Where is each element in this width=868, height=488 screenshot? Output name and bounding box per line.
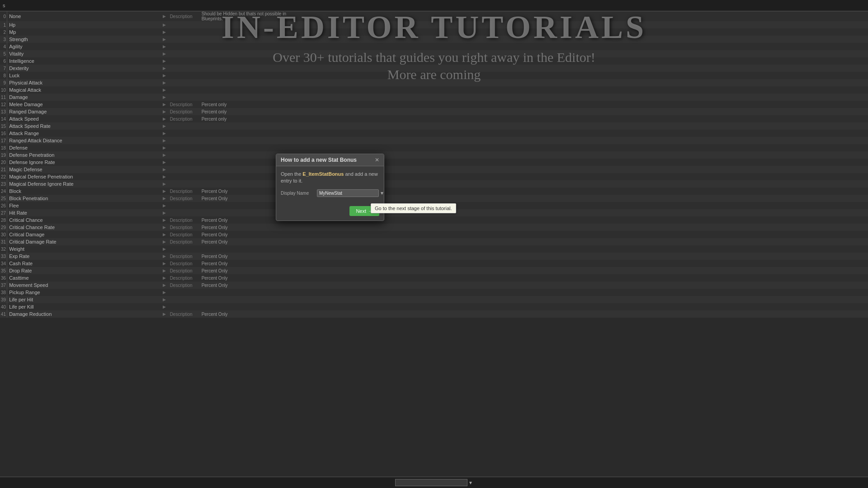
expand-arrow-icon[interactable]: ▶: [161, 296, 168, 303]
expand-arrow-icon[interactable]: ▶: [161, 21, 168, 28]
expand-arrow-icon[interactable]: ▶: [161, 253, 168, 260]
table-row[interactable]: 6 Intelligence ▶: [0, 57, 868, 65]
expand-arrow-icon[interactable]: ▶: [161, 216, 168, 224]
expand-arrow-icon[interactable]: ▶: [161, 122, 168, 130]
expand-arrow-icon[interactable]: ▶: [161, 202, 168, 209]
table-row[interactable]: 7 Dexterity ▶: [0, 65, 868, 72]
table-row[interactable]: 31 Critical Damage Rate ▶ Description Pe…: [0, 238, 868, 245]
table-row[interactable]: 0 None ▶ Description Should be Hidden bu…: [0, 11, 868, 21]
table-row[interactable]: 28 Critical Chance ▶ Description Percent…: [0, 216, 868, 224]
table-row[interactable]: 23 Magical Defense Ignore Rate ▶: [0, 180, 868, 188]
expand-arrow-icon[interactable]: ▶: [161, 310, 168, 318]
desc-label2: [299, 115, 331, 122]
table-row[interactable]: 15 Attack Speed Rate ▶: [0, 122, 868, 130]
expand-arrow-icon[interactable]: ▶: [161, 303, 168, 310]
expand-arrow-icon[interactable]: ▶: [161, 79, 168, 86]
desc-label: [168, 289, 200, 296]
table-row[interactable]: 10 Magical Attack ▶: [0, 86, 868, 94]
row-index: 16: [0, 130, 7, 137]
expand-arrow-icon[interactable]: ▶: [161, 144, 168, 151]
dropdown-arrow-icon[interactable]: ▼: [380, 191, 384, 196]
table-row[interactable]: 33 Exp Rate ▶ Description Percent Only: [0, 253, 868, 260]
expand-arrow-icon[interactable]: ▶: [161, 209, 168, 216]
table-row[interactable]: 3 Strength ▶: [0, 36, 868, 43]
table-row[interactable]: 5 Vitality ▶: [0, 50, 868, 57]
expand-arrow-icon[interactable]: ▶: [161, 224, 168, 231]
expand-arrow-icon[interactable]: ▶: [161, 11, 168, 21]
expand-arrow-icon[interactable]: ▶: [161, 65, 168, 72]
table-row[interactable]: 25 Block Penetration ▶ Description Perce…: [0, 195, 868, 202]
expand-arrow-icon[interactable]: ▶: [161, 86, 168, 94]
next-button[interactable]: Next →: [349, 206, 379, 216]
expand-arrow-icon[interactable]: ▶: [161, 108, 168, 115]
table-row[interactable]: 27 Hit Rate ▶: [0, 209, 868, 216]
desc-value2: [331, 94, 868, 101]
table-row[interactable]: 18 Defense ▶: [0, 144, 868, 151]
close-icon[interactable]: ✕: [375, 157, 379, 163]
expand-arrow-icon[interactable]: ▶: [161, 43, 168, 50]
table-row[interactable]: 4 Agility ▶: [0, 43, 868, 50]
expand-arrow-icon[interactable]: ▶: [161, 245, 168, 253]
table-row[interactable]: 35 Drop Rate ▶ Description Percent Only: [0, 267, 868, 274]
desc-value: [200, 296, 290, 303]
table-row[interactable]: 2 Mp ▶: [0, 28, 868, 36]
expand-arrow-icon[interactable]: ▶: [161, 289, 168, 296]
expand-arrow-icon[interactable]: ▶: [161, 36, 168, 43]
desc-value2: [331, 166, 868, 173]
table-row[interactable]: 37 Movement Speed ▶ Description Percent …: [0, 282, 868, 289]
table-row[interactable]: 24 Block ▶ Description Percent Only: [0, 188, 868, 195]
expand-arrow-icon[interactable]: ▶: [161, 130, 168, 137]
table-row[interactable]: 32 Weight ▶: [0, 245, 868, 253]
table-row[interactable]: 38 Pickup Range ▶: [0, 289, 868, 296]
expand-arrow-icon[interactable]: ▶: [161, 260, 168, 267]
table-row[interactable]: 29 Critical Chance Rate ▶ Description Pe…: [0, 224, 868, 231]
table-row[interactable]: 39 Life per Hit ▶: [0, 296, 868, 303]
table-row[interactable]: 30 Critical Damage ▶ Description Percent…: [0, 231, 868, 238]
table-row[interactable]: 40 Life per Kill ▶: [0, 303, 868, 310]
desc-label: [168, 137, 200, 144]
expand-arrow-icon[interactable]: ▶: [161, 94, 168, 101]
table-row[interactable]: 11 Damage ▶: [0, 94, 868, 101]
bottom-dropdown-arrow-icon[interactable]: ▼: [468, 480, 473, 485]
expand-arrow-icon[interactable]: ▶: [161, 180, 168, 188]
expand-arrow-icon[interactable]: ▶: [161, 282, 168, 289]
expand-arrow-icon[interactable]: ▶: [161, 159, 168, 166]
expand-arrow-icon[interactable]: ▶: [161, 115, 168, 122]
table-row[interactable]: 20 Defense Ignore Rate ▶: [0, 159, 868, 166]
expand-arrow-icon[interactable]: ▶: [161, 57, 168, 65]
expand-arrow-icon[interactable]: ▶: [161, 195, 168, 202]
expand-arrow-icon[interactable]: ▶: [161, 274, 168, 282]
table-row[interactable]: 21 Magic Defense ▶: [0, 166, 868, 173]
expand-arrow-icon[interactable]: ▶: [161, 72, 168, 79]
expand-arrow-icon[interactable]: ▶: [161, 166, 168, 173]
table-row[interactable]: 16 Attack Range ▶: [0, 130, 868, 137]
expand-arrow-icon[interactable]: ▶: [161, 151, 168, 159]
table-row[interactable]: 9 Physical Attack ▶: [0, 79, 868, 86]
table-row[interactable]: 22 Magical Defense Penetration ▶: [0, 173, 868, 180]
table-row[interactable]: 36 Casttime ▶ Description Percent Only: [0, 274, 868, 282]
display-name-input[interactable]: [317, 189, 379, 197]
table-row[interactable]: 14 Attack Speed ▶ Description Percent on…: [0, 115, 868, 122]
expand-arrow-icon[interactable]: ▶: [161, 238, 168, 245]
table-row[interactable]: 26 Flee ▶: [0, 202, 868, 209]
table-row[interactable]: 13 Ranged Damage ▶ Description Percent o…: [0, 108, 868, 115]
expand-arrow-icon[interactable]: ▶: [161, 28, 168, 36]
table-row[interactable]: 1 Hp ▶: [0, 21, 868, 28]
table-row[interactable]: 12 Melee Damage ▶ Description Percent on…: [0, 101, 868, 108]
tutorial-modal[interactable]: How to add a new Stat Bonus ✕ Open the E…: [276, 154, 384, 221]
expand-arrow-icon[interactable]: ▶: [161, 173, 168, 180]
expand-arrow-icon[interactable]: ▶: [161, 231, 168, 238]
desc-value2: [331, 101, 868, 108]
expand-arrow-icon[interactable]: ▶: [161, 101, 168, 108]
table-row[interactable]: 8 Luck ▶: [0, 72, 868, 79]
table-row[interactable]: 41 Damage Reduction ▶ Description Percen…: [0, 310, 868, 318]
table-row[interactable]: 17 Ranged Attack Distance ▶: [0, 137, 868, 144]
expand-arrow-icon[interactable]: ▶: [161, 188, 168, 195]
expand-arrow-icon[interactable]: ▶: [161, 50, 168, 57]
desc-label: Description: [168, 108, 200, 115]
expand-arrow-icon[interactable]: ▶: [161, 137, 168, 144]
table-row[interactable]: 19 Defense Penetration ▶: [0, 151, 868, 159]
bottom-input[interactable]: [395, 479, 467, 486]
expand-arrow-icon[interactable]: ▶: [161, 267, 168, 274]
table-row[interactable]: 34 Cash Rate ▶ Description Percent Only: [0, 260, 868, 267]
